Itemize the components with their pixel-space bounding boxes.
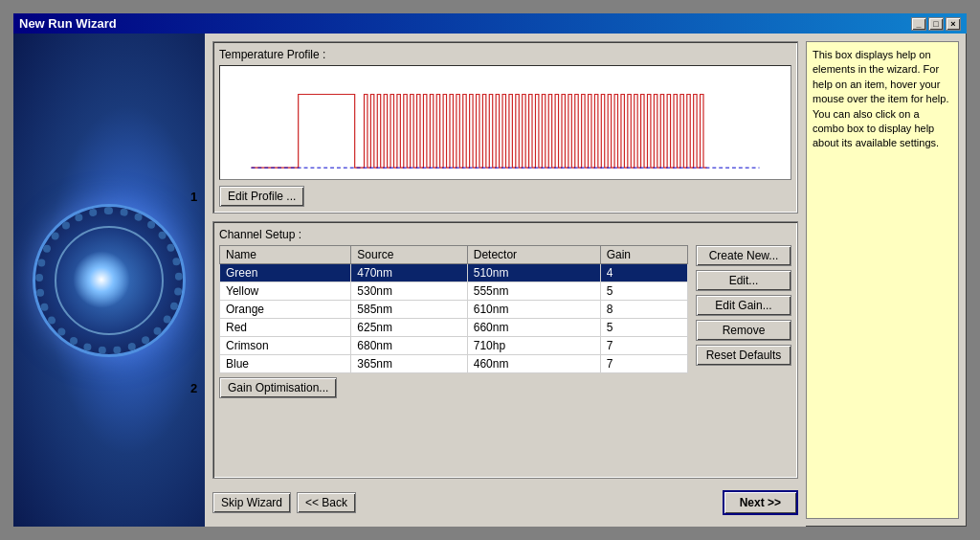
help-text: This box displays help on elements in th…	[813, 49, 948, 148]
light-burst	[73, 251, 130, 308]
cell-gain: 5	[600, 282, 687, 301]
cell-gain: 8	[600, 301, 687, 319]
window-title: New Run Wizard	[19, 16, 117, 31]
edit-profile-button-container: 1 Edit Profile ...	[219, 186, 791, 207]
cell-detector: 710hp	[467, 337, 600, 355]
edit-button[interactable]: Edit...	[696, 270, 791, 291]
next-button[interactable]: Next >>	[723, 490, 798, 515]
minimize-button[interactable]: _	[911, 17, 926, 31]
create-new-button[interactable]: Create New...	[696, 245, 791, 266]
cell-name: Orange	[220, 301, 351, 319]
gear-graphic	[33, 204, 186, 357]
col-detector: Detector	[467, 246, 600, 264]
cell-name: Red	[220, 319, 351, 337]
cell-name: Blue	[220, 355, 351, 373]
content-area: Temperature Profile : 1 Edit Profile ...…	[13, 34, 967, 527]
footer-left: Skip Wizard << Back	[212, 492, 356, 513]
cell-source: 625nm	[351, 319, 467, 337]
cell-source: 585nm	[351, 301, 467, 319]
channel-table-wrapper: Name Source Detector Gain Green470nm510n…	[219, 245, 688, 373]
col-name: Name	[220, 246, 351, 264]
cell-detector: 660nm	[467, 319, 600, 337]
col-source: Source	[351, 246, 467, 264]
cell-gain: 5	[600, 319, 687, 337]
gain-optimisation-button[interactable]: Gain Optimisation...	[219, 377, 337, 398]
table-row[interactable]: Orange585nm610nm8	[220, 301, 688, 319]
cell-source: 365nm	[351, 355, 467, 373]
title-bar-buttons: _ □ ×	[911, 17, 961, 31]
reset-defaults-button[interactable]: Reset Defaults	[696, 345, 791, 366]
back-button[interactable]: << Back	[297, 492, 356, 513]
label-2: 2	[190, 381, 197, 395]
footer-right: Next >>	[723, 490, 798, 515]
footer-row: Skip Wizard << Back Next >>	[212, 486, 798, 519]
edit-gain-button[interactable]: Edit Gain...	[696, 295, 791, 316]
cell-gain: 4	[600, 264, 687, 282]
channel-setup-section: Channel Setup : Name Source Detector Gai…	[212, 221, 798, 479]
cell-detector: 610nm	[467, 301, 600, 319]
col-gain: Gain	[600, 246, 687, 264]
temp-profile-label: Temperature Profile :	[219, 48, 791, 61]
label-1: 1	[190, 190, 197, 204]
temp-profile-svg	[220, 66, 791, 179]
main-window: New Run Wizard _ □ × Temperature Profile…	[11, 11, 969, 529]
cell-name: Yellow	[220, 282, 351, 301]
table-row[interactable]: Red625nm660nm5	[220, 319, 688, 337]
cell-gain: 7	[600, 355, 687, 373]
main-area: Temperature Profile : 1 Edit Profile ...…	[205, 34, 806, 527]
table-row[interactable]: Crimson680nm710hp7	[220, 337, 688, 355]
temp-profile-graph	[219, 65, 791, 180]
left-panel	[13, 34, 205, 527]
cell-source: 470nm	[351, 264, 467, 282]
channel-table: Name Source Detector Gain Green470nm510n…	[219, 245, 688, 373]
close-button[interactable]: ×	[946, 17, 961, 31]
title-bar: New Run Wizard _ □ ×	[13, 13, 967, 34]
cell-detector: 510nm	[467, 264, 600, 282]
channel-setup-label: Channel Setup :	[219, 228, 791, 241]
cell-name: Crimson	[220, 337, 351, 355]
channel-buttons: Create New... Edit... Edit Gain... Remov…	[696, 245, 791, 373]
channel-body: Name Source Detector Gain Green470nm510n…	[219, 245, 791, 373]
table-row[interactable]: Yellow530nm555nm5	[220, 282, 688, 301]
edit-profile-button[interactable]: Edit Profile ...	[219, 186, 304, 207]
remove-button[interactable]: Remove	[696, 320, 791, 341]
table-header-row: Name Source Detector Gain	[220, 246, 688, 264]
cell-name: Green	[220, 264, 351, 282]
cell-detector: 460nm	[467, 355, 600, 373]
table-row[interactable]: Green470nm510nm4	[220, 264, 688, 282]
help-panel: This box displays help on elements in th…	[806, 41, 959, 519]
gain-opt-row: 2 Gain Optimisation...	[219, 377, 791, 398]
skip-wizard-button[interactable]: Skip Wizard	[212, 492, 291, 513]
cell-source: 680nm	[351, 337, 467, 355]
cell-source: 530nm	[351, 282, 467, 301]
cell-detector: 555nm	[467, 282, 600, 301]
maximize-button[interactable]: □	[928, 17, 944, 31]
table-row[interactable]: Blue365nm460nm7	[220, 355, 688, 373]
decorative-panel	[13, 34, 205, 527]
cell-gain: 7	[600, 337, 687, 355]
temp-profile-section: Temperature Profile : 1 Edit Profile ...	[212, 41, 798, 214]
